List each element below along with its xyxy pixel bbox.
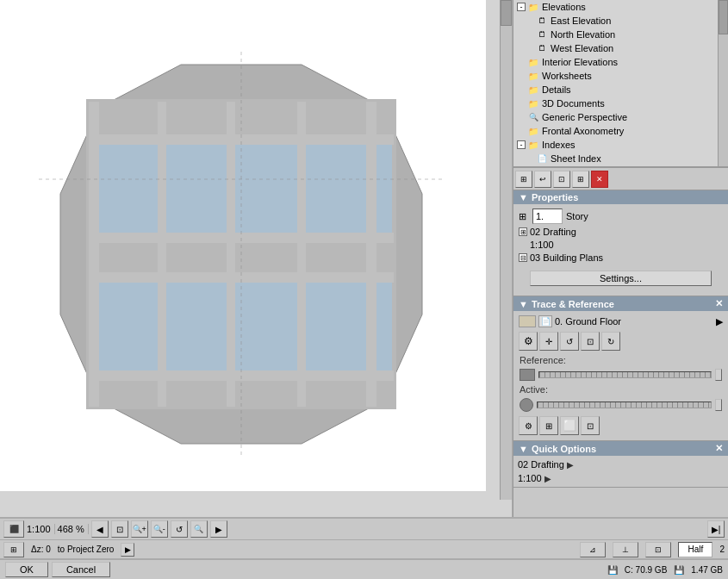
- svg-rect-8: [366, 102, 376, 407]
- tree-item-3d[interactable]: 📁 3D Documents: [513, 96, 728, 110]
- floor-icon: [519, 315, 536, 327]
- reference-color-swatch[interactable]: [520, 369, 535, 381]
- tree-item-indexes[interactable]: - 📁 Indexes: [513, 138, 728, 152]
- trace-action-btn-2[interactable]: ⊞: [539, 416, 558, 435]
- tree-label-west: West Elevation: [551, 43, 613, 53]
- svg-rect-7: [297, 102, 306, 407]
- scale-value: 1:100: [27, 524, 51, 534]
- coord-arrow-btn[interactable]: ▶: [121, 543, 134, 557]
- floor-label: 0. Ground Floor: [555, 316, 621, 327]
- tree-item-generic[interactable]: 🔍 Generic Perspective: [513, 110, 728, 124]
- active-slider-end[interactable]: [715, 399, 722, 411]
- collapse-building[interactable]: ⊟: [519, 253, 527, 262]
- floor-arrow: ▶: [716, 316, 723, 327]
- toolbar-btn-4[interactable]: ⊞: [572, 171, 589, 188]
- active-row: Active:: [516, 383, 725, 396]
- quick-drafting-label: 02 Drafting: [518, 459, 564, 470]
- trace-action-btn-1[interactable]: ⚙: [519, 416, 538, 435]
- tree-item-frontal[interactable]: 📁 Frontal Axonometry: [513, 124, 728, 138]
- properties-section: ▼ Properties ⊞ Story ⊞ 02 Drafting 1:100: [513, 190, 728, 296]
- zoom-fit-btn[interactable]: ⊡: [111, 520, 128, 538]
- toolbar-btn-2[interactable]: ↩: [534, 171, 551, 188]
- perpendicular-btn[interactable]: ⊥: [613, 542, 638, 557]
- trace-btn-3[interactable]: ↺: [560, 332, 579, 351]
- trace-action-btn-4[interactable]: ⊡: [581, 416, 600, 435]
- tree-label-generic: Generic Perspective: [542, 112, 627, 122]
- doc-icon-sheet: 📄: [536, 153, 548, 165]
- quick-drafting-arrow[interactable]: ▶: [567, 460, 574, 470]
- cancel-button[interactable]: Cancel: [52, 562, 110, 577]
- toolbar-btn-3[interactable]: ⊡: [553, 171, 570, 188]
- project-label: to Project Zero: [58, 545, 115, 554]
- end-btn[interactable]: ▶|: [707, 520, 725, 538]
- properties-content: ⊞ Story ⊞ 02 Drafting 1:100 ⊟ 03 Buildin…: [513, 204, 728, 296]
- search-btn[interactable]: 🔍: [190, 520, 208, 538]
- trace-action-btn-3[interactable]: ⬜: [560, 416, 579, 435]
- tree-item-north[interactable]: 🗒 North Elevation: [513, 28, 728, 41]
- decagon-drawing: [39, 52, 444, 457]
- building-plans-label: 03 Building Plans: [530, 252, 603, 263]
- reference-slider[interactable]: [538, 371, 712, 378]
- drafting-row: ⊞ 02 Drafting: [516, 226, 725, 238]
- tree-label-interior: Interior Elevations: [542, 57, 618, 67]
- tree-item-sheet[interactable]: 📄 Sheet Index: [513, 152, 728, 165]
- prev-btn[interactable]: ◀: [91, 520, 109, 538]
- quick-scale-arrow[interactable]: ▶: [544, 474, 551, 483]
- canvas-scrollbar-v[interactable]: [500, 0, 512, 500]
- story-input[interactable]: [532, 209, 563, 224]
- tree-item-interior[interactable]: 📁 Interior Elevations: [513, 55, 728, 69]
- settings-button[interactable]: Settings...: [530, 271, 712, 286]
- active-color-swatch[interactable]: [520, 398, 533, 412]
- quick-options-header: ▼ Quick Options ✕: [513, 441, 728, 456]
- ok-button[interactable]: OK: [5, 562, 48, 577]
- toolbar-close-btn[interactable]: ✕: [591, 171, 608, 188]
- half-input[interactable]: [678, 542, 712, 557]
- tree-item-worksheets[interactable]: 📁 Worksheets: [513, 69, 728, 83]
- trace-btn-4[interactable]: ⊡: [581, 332, 600, 351]
- snap-btn[interactable]: ⊡: [645, 542, 671, 557]
- collapse-drafting[interactable]: ⊞: [519, 227, 527, 236]
- quick-scale-row: 1:100 ▶: [515, 471, 726, 485]
- canvas-scrollbar-thumb[interactable]: [501, 0, 512, 26]
- toolbar-btn-1[interactable]: ⊞: [515, 171, 532, 188]
- building-plans-row: ⊟ 03 Building Plans: [516, 252, 725, 264]
- rotate-btn[interactable]: ↺: [171, 520, 188, 538]
- tree-item-details[interactable]: 📁 Details: [513, 83, 728, 96]
- trace-section: ▼ Trace & Reference ✕ 📄 0. Ground Floor …: [513, 296, 728, 441]
- trace-btn-2[interactable]: ✛: [539, 332, 558, 351]
- tree-label-frontal: Frontal Axonometry: [542, 126, 624, 136]
- coord-icon[interactable]: ⊞: [3, 542, 24, 557]
- tree-item-elevations[interactable]: - 📁 Elevations: [513, 0, 728, 14]
- trace-collapse-arrow[interactable]: ▼: [519, 299, 528, 309]
- properties-header: ▼ Properties: [513, 190, 728, 204]
- properties-collapse-arrow[interactable]: ▼: [519, 192, 528, 202]
- trace-header: ▼ Trace & Reference ✕: [513, 296, 728, 311]
- tree-item-east[interactable]: 🗒 East Elevation: [513, 14, 728, 28]
- tree-scrollbar-thumb[interactable]: [719, 0, 728, 34]
- collapse-indexes[interactable]: -: [517, 140, 526, 149]
- collapse-elevations[interactable]: -: [517, 3, 526, 11]
- icon-generic: 🔍: [527, 111, 539, 123]
- quick-options-section: ▼ Quick Options ✕ 02 Drafting ▶ 1:100 ▶: [513, 441, 728, 488]
- active-slider[interactable]: [537, 402, 712, 408]
- tree-scrollbar[interactable]: [718, 0, 728, 166]
- layer-icon[interactable]: ⬛: [3, 520, 24, 538]
- zoom-out-btn[interactable]: 🔍-: [151, 520, 168, 538]
- tree-item-west[interactable]: 🗒 West Elevation: [513, 41, 728, 55]
- reference-slider-end[interactable]: [715, 369, 722, 381]
- angle-btn[interactable]: ⊿: [580, 542, 606, 557]
- tree-label-north: North Elevation: [551, 29, 615, 40]
- right-panel: - 📁 Elevations 🗒 East Elevation 🗒 North …: [513, 0, 728, 517]
- trace-title: Trace & Reference: [532, 299, 715, 309]
- quick-close-icon[interactable]: ✕: [715, 443, 723, 454]
- main-area: - 📁 Elevations 🗒 East Elevation 🗒 North …: [0, 0, 728, 517]
- folder-icon-3d: 📁: [527, 97, 539, 109]
- next-btn[interactable]: ▶: [210, 520, 227, 538]
- quick-collapse-arrow[interactable]: ▼: [519, 444, 528, 454]
- tree-label-elevations: Elevations: [542, 2, 586, 12]
- trace-btn-1[interactable]: ⚙: [519, 332, 538, 351]
- trace-btn-5[interactable]: ↻: [601, 332, 620, 351]
- properties-title: Properties: [532, 192, 723, 202]
- zoom-in-btn[interactable]: 🔍+: [131, 520, 148, 538]
- trace-close-icon[interactable]: ✕: [715, 298, 723, 309]
